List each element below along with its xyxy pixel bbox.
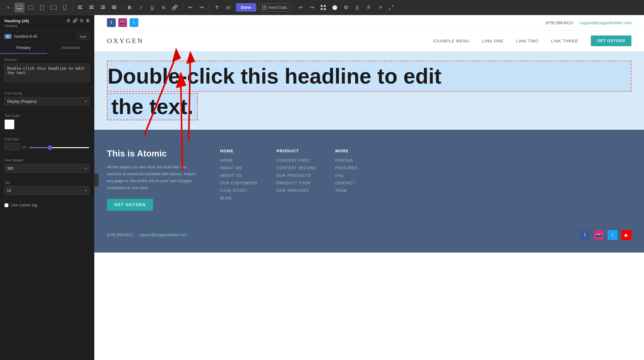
nav-link-one[interactable]: LINK ONE bbox=[482, 39, 504, 43]
hero-heading: Double-click this headline to edit the t… bbox=[107, 61, 631, 127]
hashtag-button[interactable]: # bbox=[364, 3, 374, 13]
nav-link-two[interactable]: LINK TWO bbox=[516, 39, 539, 43]
content-textarea[interactable]: Double-click this headline to edit the t… bbox=[4, 63, 90, 82]
nav-link-example-menu[interactable]: EXAMPLE MENU bbox=[433, 39, 469, 43]
sidebar-collapse-handle[interactable]: ‹ bbox=[94, 174, 98, 186]
footer-brand-title: This is Atomic bbox=[107, 149, 201, 159]
site-topbar-social: f 📷 t bbox=[107, 18, 138, 27]
footer-link-pricing[interactable]: PRICING bbox=[335, 158, 358, 163]
footer-link-content-first[interactable]: CONTENT FIRST bbox=[276, 158, 316, 163]
grid-button[interactable] bbox=[318, 3, 328, 13]
text-color-swatch[interactable] bbox=[4, 119, 14, 129]
instagram-icon[interactable]: 📷 bbox=[118, 18, 127, 27]
font-weight-select[interactable]: 900 700 400 bbox=[4, 164, 90, 173]
insert-data-button[interactable]: Insert Data bbox=[259, 3, 291, 12]
font-family-section: Font Family Display (Poppins) bbox=[0, 88, 94, 110]
footer-col-product-links: CONTENT FIRST CONTENT SECOND OUR PRODUCT… bbox=[276, 158, 316, 193]
hierarchy-icon[interactable]: ⊞ bbox=[67, 18, 70, 23]
tag-label: Tag bbox=[4, 181, 90, 184]
heading-line2[interactable]: the text. bbox=[111, 95, 193, 118]
footer-link-case-study[interactable]: CASE STUDY bbox=[220, 188, 258, 193]
footer-link-faq[interactable]: FAQ bbox=[335, 173, 358, 178]
footer-top: This is Atomic All the pages you see her… bbox=[107, 149, 631, 211]
footer-link-team[interactable]: TEAM bbox=[335, 188, 358, 193]
redo-global-button[interactable]: ↪ bbox=[307, 3, 317, 13]
font-family-select[interactable]: Display (Poppins) bbox=[4, 97, 90, 106]
align-right-button[interactable] bbox=[98, 3, 108, 13]
expand-button[interactable] bbox=[386, 3, 396, 13]
font-family-label: Font Family bbox=[4, 91, 90, 95]
footer-link-about-me[interactable]: ABOUT ME bbox=[220, 166, 258, 170]
footer-link-contact[interactable]: CONTACT bbox=[335, 181, 358, 185]
align-center-button[interactable] bbox=[86, 3, 97, 13]
footer-link-our-products[interactable]: OUR PRODUCTS bbox=[276, 173, 316, 178]
mobile-view-button[interactable] bbox=[60, 3, 70, 13]
footer-link-home[interactable]: HOME bbox=[220, 158, 258, 163]
divider-1 bbox=[72, 4, 73, 11]
desktop-view-button[interactable] bbox=[14, 3, 25, 13]
tab-advanced[interactable]: Advanced bbox=[47, 42, 94, 54]
divider-4 bbox=[209, 4, 209, 11]
divider-3 bbox=[182, 4, 183, 11]
font-size-input[interactable] bbox=[4, 143, 20, 150]
id-value: headline-6-45 bbox=[14, 34, 37, 39]
use-custom-tag-checkbox[interactable] bbox=[4, 203, 8, 207]
footer-link-about-us[interactable]: ABOUT US bbox=[220, 173, 258, 178]
nav-link-three[interactable]: LINK THREE bbox=[551, 39, 578, 43]
footer-link-product-tour[interactable]: PRODUCT TOUR bbox=[276, 181, 316, 185]
align-left-button[interactable] bbox=[75, 3, 85, 13]
redo-button[interactable]: ↪ bbox=[197, 3, 207, 13]
footer-instagram-icon[interactable]: 📷 bbox=[594, 230, 604, 240]
italic-button[interactable]: I bbox=[136, 3, 146, 13]
svg-rect-23 bbox=[324, 5, 326, 7]
footer-link-blog[interactable]: BLOG bbox=[220, 196, 258, 200]
nav-cta-button[interactable]: GET OXYGEN bbox=[591, 35, 631, 46]
tablet-landscape-button[interactable] bbox=[26, 3, 36, 13]
done-button[interactable]: Done bbox=[236, 3, 256, 12]
font-size-slider-container bbox=[29, 144, 90, 150]
clock-button[interactable]: 🕐 bbox=[330, 3, 340, 13]
text-color-label: Text Color bbox=[4, 114, 90, 117]
footer-youtube-icon[interactable]: ▶ bbox=[621, 230, 631, 240]
topbar-phone: (678) 999-8212 bbox=[545, 20, 573, 25]
footer-facebook-icon[interactable]: f bbox=[580, 230, 590, 240]
code-button[interactable]: {} bbox=[352, 3, 362, 13]
component-title-row: Heading (#6) ⊞ 🔗 ⧉ 🗑 bbox=[4, 18, 90, 23]
state-button[interactable]: state bbox=[76, 34, 90, 39]
svg-rect-17 bbox=[112, 7, 116, 8]
footer-cols: HOME HOME ABOUT ME ABOUT US OUR CUSTOMER… bbox=[220, 149, 358, 211]
wide-view-button[interactable] bbox=[48, 3, 58, 13]
underline-button[interactable]: U bbox=[147, 3, 157, 13]
content-label: Content bbox=[4, 58, 90, 62]
duplicate-icon[interactable]: ⧉ bbox=[80, 18, 83, 23]
custom-tag-section: Use custom tag bbox=[0, 199, 94, 211]
add-element-button[interactable]: + bbox=[3, 3, 13, 13]
title-icons: ⊞ 🔗 ⧉ 🗑 bbox=[67, 18, 90, 23]
tag-select[interactable]: h1 h2 h3 p bbox=[4, 186, 90, 195]
tab-primary[interactable]: Primary bbox=[0, 42, 47, 54]
footer-link-our-customers[interactable]: OUR CUSTOMERS bbox=[220, 181, 258, 185]
footer-link-our-services[interactable]: OUR SERVICES bbox=[276, 188, 316, 193]
undo-button[interactable]: ↩ bbox=[185, 3, 195, 13]
twitter-icon[interactable]: t bbox=[130, 18, 138, 27]
settings-button[interactable]: ⚙ bbox=[341, 3, 351, 13]
share-button[interactable]: ↗ bbox=[375, 3, 385, 13]
svg-rect-25 bbox=[324, 8, 326, 10]
link-button[interactable]: 🔗 bbox=[170, 3, 180, 13]
footer-cta-button[interactable]: GET OXYGEN bbox=[107, 199, 153, 211]
strikethrough-button[interactable]: S bbox=[158, 3, 169, 13]
text-tool-button[interactable]: T bbox=[212, 3, 222, 13]
facebook-icon[interactable]: f bbox=[107, 18, 116, 27]
heading-line1[interactable]: Double-click this headline to edit bbox=[108, 64, 441, 88]
delete-icon[interactable]: 🗑 bbox=[86, 18, 90, 23]
footer-link-features[interactable]: FEATURES bbox=[335, 166, 358, 170]
footer-twitter-icon[interactable]: t bbox=[608, 230, 618, 240]
footer-link-content-second[interactable]: CONTENT SECOND bbox=[276, 166, 316, 170]
dynamic-text-button[interactable]: {s} bbox=[223, 3, 233, 13]
tablet-portrait-button[interactable] bbox=[37, 3, 47, 13]
font-size-slider[interactable] bbox=[29, 147, 90, 148]
link-icon[interactable]: 🔗 bbox=[73, 18, 78, 23]
bold-button[interactable]: B bbox=[125, 3, 135, 13]
undo-global-button[interactable]: ↩ bbox=[296, 3, 306, 13]
align-justify-button[interactable] bbox=[109, 3, 119, 13]
